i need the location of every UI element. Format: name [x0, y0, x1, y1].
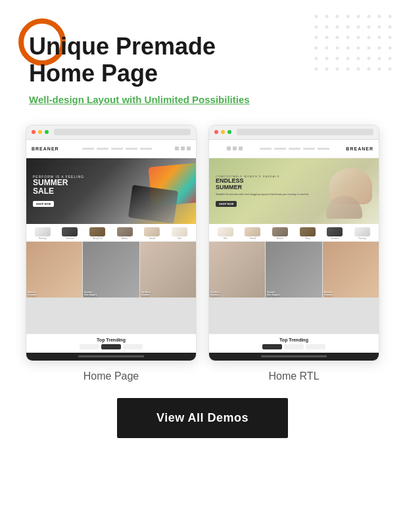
trending-section: Top Trending: [26, 334, 196, 353]
page-wrapper: // inline dot pattern via SVG circles: [0, 0, 405, 532]
trending-tab-2: [101, 344, 121, 349]
product-cell-3: Top Men'sSneakers: [140, 242, 196, 298]
demo-card-home-rtl: BREANER COMFORTABLE WOMEN'S SANDALS ENDL…: [208, 125, 379, 382]
trending-tab-rtl-1: [262, 344, 282, 349]
browser-dot-red-rtl: [214, 130, 218, 134]
demos-row: BREANER: [20, 125, 385, 382]
svg-point-14: [378, 26, 381, 29]
demo-label-home-page: Home Page: [83, 370, 139, 382]
shoe-thumb-4: Athletic: [117, 227, 133, 240]
shoe-thumb-rtl-2: Sandal: [245, 227, 260, 240]
browser-bar: [26, 125, 196, 140]
svg-point-13: [368, 26, 371, 29]
shoe-thumbnails-row: Running Sneakers Hiking Trail Athle: [26, 224, 196, 242]
trending-tab-1: [80, 344, 99, 349]
shoe-thumb-6: Kids: [172, 227, 187, 240]
demo-preview-home-rtl: BREANER COMFORTABLE WOMEN'S SANDALS ENDL…: [208, 125, 379, 361]
browser-url-bar-rtl: [237, 129, 373, 135]
svg-point-4: [357, 15, 360, 18]
hero-cta-btn-rtl: SHOP NOW: [216, 201, 237, 207]
footer-bar: [78, 355, 144, 357]
shoe-thumb-rtl-6: Running: [354, 227, 370, 240]
trending-tab-rtl-2: [284, 344, 304, 349]
svg-point-8: [315, 26, 318, 29]
svg-point-5: [368, 15, 371, 18]
nav-icons-rtl: [227, 146, 243, 150]
cta-section: View All Demos: [20, 398, 385, 438]
store-nav: BREANER: [26, 140, 196, 158]
hero-text: PERFORM IS A FEELING SUMMERSALE SHOP NOW: [33, 175, 84, 208]
svg-point-31: [389, 47, 392, 50]
product-cell-1: WomensFootwear: [26, 242, 82, 298]
trending-title: Top Trending: [30, 338, 193, 342]
shoe-thumbnails-row-rtl: Kids Sandal Athletic Hiking: [209, 224, 379, 242]
page-subtitle: Well-design Layout with Unlimited Possib…: [29, 94, 385, 105]
svg-point-15: [389, 26, 392, 29]
hero-headline-rtl: ENDLESSSUMMER: [216, 178, 309, 191]
svg-point-1: [325, 15, 329, 18]
hero-text-rtl: COMFORTABLE WOMEN'S SANDALS ENDLESSSUMME…: [216, 175, 309, 208]
product-grid: WomensFootwear SummerSole Slippers Top M…: [26, 242, 196, 334]
trending-title-rtl: Top Trending: [212, 338, 375, 342]
view-all-demos-button[interactable]: View All Demos: [117, 398, 288, 438]
hero-banner-dark: PERFORM IS A FEELING SUMMERSALE SHOP NOW: [26, 158, 196, 224]
svg-point-6: [378, 15, 381, 18]
svg-point-11: [346, 26, 350, 29]
svg-point-12: [357, 26, 360, 29]
svg-point-3: [346, 15, 350, 18]
trending-tabs-rtl: [212, 344, 375, 349]
footer-bar-rtl: [261, 355, 327, 357]
svg-point-0: [315, 15, 318, 18]
nav-icons: [175, 146, 191, 150]
browser-dot-yellow: [38, 130, 42, 134]
trending-tab-3: [123, 344, 143, 349]
nav-links: [82, 148, 152, 150]
demo-card-home-page: BREANER: [26, 125, 197, 382]
product-cell-rtl-3: WomensFootwear: [323, 242, 379, 298]
store-footer-rtl: [209, 353, 379, 361]
svg-point-2: [336, 15, 339, 18]
svg-point-7: [389, 15, 392, 18]
demo-preview-home-page: BREANER: [26, 125, 197, 361]
browser-bar-rtl: [209, 125, 379, 140]
shoe-thumb-1: Running: [35, 227, 51, 240]
shoe-thumb-2: Sneakers: [62, 227, 78, 240]
browser-dot-green: [45, 130, 49, 134]
browser-dot-red: [32, 130, 36, 134]
product-cell-2: SummerSole Slippers: [83, 242, 139, 298]
shoe-thumb-rtl-3: Athletic: [272, 227, 288, 240]
svg-point-10: [336, 26, 339, 29]
svg-point-23: [389, 36, 392, 39]
shoe-thumb-rtl-5: Sneakers: [327, 227, 343, 240]
shoe-thumb-rtl-4: Hiking: [300, 227, 316, 240]
shoe-thumb-rtl-1: Kids: [218, 227, 233, 240]
trending-tab-rtl-3: [306, 344, 325, 349]
product-grid-rtl: Top Men'sSneakers SummerSole Slippers Wo…: [209, 242, 379, 334]
browser-dot-green-rtl: [227, 130, 231, 134]
demo-label-home-rtl: Home RTL: [268, 370, 319, 382]
trending-tabs: [30, 344, 193, 349]
svg-point-9: [325, 26, 329, 29]
shoe-thumb-5: Sandal: [144, 227, 160, 240]
store-logo: BREANER: [32, 146, 59, 151]
svg-point-47: [389, 68, 392, 71]
hero-cta-btn: SHOP NOW: [33, 201, 54, 207]
store-footer: [26, 353, 196, 361]
page-title: Unique Premade Home Page: [29, 33, 385, 87]
browser-dot-yellow-rtl: [221, 130, 225, 134]
hero-headline: SUMMERSALE: [33, 179, 84, 196]
store-nav-rtl: BREANER: [209, 140, 379, 158]
svg-point-39: [389, 57, 392, 60]
nav-links-rtl: [260, 148, 329, 150]
hero-sub-rtl: Sandals for women with arch-hugging supp…: [216, 192, 309, 196]
product-cell-rtl-1: Top Men'sSneakers: [209, 242, 265, 298]
store-logo-rtl: BREANER: [346, 146, 373, 151]
trending-section-rtl: Top Trending: [209, 334, 379, 353]
hero-banner-light: COMFORTABLE WOMEN'S SANDALS ENDLESSSUMME…: [209, 158, 379, 224]
header-section: Unique Premade Home Page Well-design Lay…: [20, 33, 385, 105]
shoe-thumb-3: Hiking Trail: [89, 227, 105, 240]
product-cell-rtl-2: SummerSole Slippers: [266, 242, 322, 298]
browser-url-bar: [54, 129, 191, 135]
